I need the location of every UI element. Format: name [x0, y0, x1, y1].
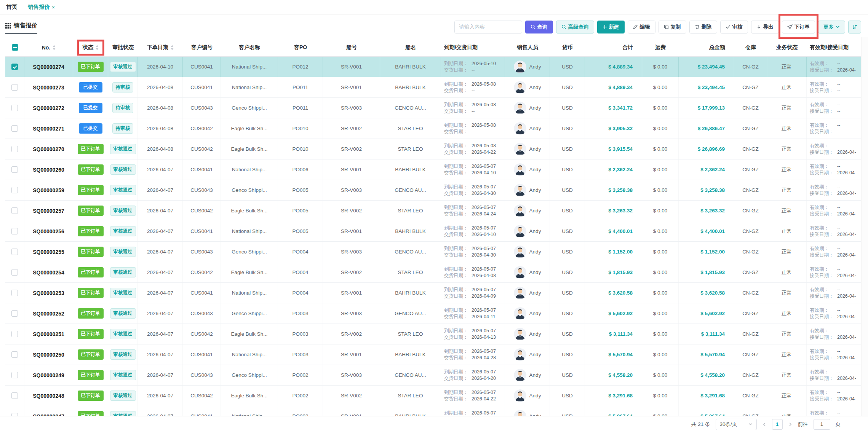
current-page-button[interactable]: 1	[772, 419, 783, 430]
pagination-bar: 共 21 条 30条/页 1 前往 页	[0, 416, 868, 432]
prev-page-button[interactable]	[762, 422, 767, 427]
column-header-no[interactable]: No.	[42, 45, 56, 51]
search-input[interactable]	[454, 21, 522, 33]
audit-button[interactable]: 审核	[720, 21, 748, 33]
chevron-down-icon	[836, 25, 840, 29]
freight-value: $ 0.00	[653, 64, 668, 70]
next-page-button[interactable]	[788, 422, 793, 427]
export-button[interactable]: 导出	[751, 21, 779, 33]
total-amount-value: $ 3,291.68	[700, 393, 725, 399]
ship-name: STAR LEO	[380, 139, 441, 159]
business-status: 正常	[767, 324, 807, 344]
ship-number: SR-V003	[323, 98, 380, 118]
place-order-button[interactable]: 下订单	[782, 21, 815, 33]
customer-name: Genco Shippi...	[221, 98, 278, 118]
status-badge: 已下订单	[78, 288, 104, 298]
table-row[interactable]: SQ00000252 已下订单 审核通过 2026-04-07 CUS0043 …	[5, 303, 861, 324]
table-row[interactable]: SQ00000248 已下订单 审核通过 2026-04-07 CUS0042 …	[5, 386, 861, 406]
table-row[interactable]: SQ00000274 已下订单 审核通过 2026-04-10 CUS0041 …	[5, 57, 861, 77]
row-checkbox[interactable]	[11, 331, 18, 337]
row-checkbox[interactable]	[11, 166, 18, 173]
ship-name: STAR LEO	[380, 324, 441, 344]
delete-button[interactable]: 删除	[689, 21, 717, 33]
row-checkbox[interactable]	[11, 351, 18, 358]
row-checkbox[interactable]	[11, 392, 18, 399]
row-checkbox[interactable]	[11, 249, 18, 255]
table-row[interactable]: SQ00000259 已下订单 审核通过 2026-04-07 CUS0043 …	[5, 180, 861, 201]
freight-value: $ 0.00	[653, 126, 668, 131]
row-checkbox[interactable]	[11, 105, 18, 111]
table-row[interactable]: SQ00000256 已下订单 审核通过 2026-04-07 CUS0041 …	[5, 221, 861, 242]
table-row[interactable]: SQ00000260 已下订单 审核通过 2026-04-07 CUS0041 …	[5, 159, 861, 180]
sort-caret-icon[interactable]	[53, 45, 56, 50]
column-header-status[interactable]: 状态	[83, 44, 99, 51]
table-row[interactable]: SQ00000253 已下订单 审核通过 2026-04-07 CUS0041 …	[5, 283, 861, 303]
row-checkbox[interactable]	[11, 269, 18, 276]
row-checkbox[interactable]	[11, 310, 18, 317]
column-header-sales: 销售人员	[517, 44, 538, 51]
select-all-checkbox[interactable]	[12, 44, 18, 51]
sort-caret-icon[interactable]	[171, 45, 174, 50]
table-row[interactable]: SQ00000257 已下订单 审核通过 2026-04-07 CUS0042 …	[5, 201, 861, 221]
customer-name: National Ship...	[221, 283, 278, 303]
row-checkbox[interactable]	[11, 372, 18, 378]
sort-caret-icon[interactable]	[96, 45, 99, 50]
edit-button[interactable]: 编辑	[628, 21, 655, 33]
quotation-number: SQ00000271	[33, 126, 64, 132]
customer-number: CUS0043	[183, 98, 221, 118]
table-row[interactable]: SQ00000251 已下订单 审核通过 2026-04-07 CUS0042 …	[5, 324, 861, 344]
table-row[interactable]: SQ00000255 已下订单 审核通过 2026-04-07 CUS0043 …	[5, 242, 861, 262]
grid-icon	[5, 23, 11, 29]
avatar	[514, 369, 526, 381]
paper-plane-icon	[787, 24, 793, 30]
ship-number: SR-V001	[323, 283, 380, 303]
vertical-scrollbar[interactable]	[862, 37, 868, 432]
close-tab-icon[interactable]: ×	[52, 4, 55, 10]
row-checkbox[interactable]	[11, 290, 18, 296]
validity-accept-dates: 有效期：-- 接受日期：2026-04-	[807, 57, 861, 77]
row-checkbox[interactable]	[11, 125, 18, 132]
column-header-order_date[interactable]: 下单日期	[147, 44, 174, 51]
table-row[interactable]: SQ00000270 已下订单 审核通过 2026-04-08 CUS0042 …	[5, 139, 861, 159]
goto-page-input[interactable]	[814, 419, 830, 430]
table-row[interactable]: SQ00000272 已提交 待审核 2026-04-08 CUS0043 Ge…	[5, 98, 861, 118]
sales-person: Andy	[505, 303, 550, 324]
approval-status-badge: 审核通过	[110, 144, 136, 154]
more-button[interactable]: 更多	[818, 21, 845, 33]
approval-status-badge: 审核通过	[110, 391, 136, 401]
due-delivery-dates: 到期日期：2026-05-07 交货日期：2026-04-22	[441, 386, 505, 406]
row-checkbox[interactable]	[11, 64, 18, 70]
advanced-query-button[interactable]: 高级查询	[556, 21, 594, 33]
table-header-row: No.状态审批状态下单日期客户编号客户名称客PO船号船名到期/交货日期销售人员货…	[5, 38, 861, 57]
total-value: $ 3,620.58	[608, 290, 633, 296]
query-button[interactable]: 查询	[525, 21, 553, 33]
row-checkbox[interactable]	[11, 84, 18, 91]
row-checkbox[interactable]	[11, 228, 18, 234]
page-size-select[interactable]: 30条/页	[716, 419, 757, 430]
row-checkbox[interactable]	[11, 146, 18, 152]
warehouse: CN-GZ	[734, 201, 767, 221]
due-delivery-dates: 到期日期：2026-05-07 交货日期：2026-04-11	[441, 303, 505, 324]
table-row[interactable]: SQ00000250 已下订单 审核通过 2026-04-07 CUS0041 …	[5, 344, 861, 365]
table-row[interactable]: SQ00000249 已下订单 审核通过 2026-04-07 CUS0043 …	[5, 365, 861, 386]
copy-button[interactable]: 复制	[659, 21, 686, 33]
order-date: 2026-04-07	[138, 242, 183, 262]
row-checkbox[interactable]	[11, 187, 18, 193]
table-row[interactable]: SQ00000273 已提交 待审核 2026-04-08 CUS0041 Na…	[5, 77, 861, 98]
tab-bar: 首页 销售报价 ×	[0, 0, 868, 14]
total-amount-value: $ 1,152.00	[700, 249, 725, 255]
avatar	[514, 122, 526, 135]
column-sort-button[interactable]	[848, 21, 861, 33]
table-row[interactable]: SQ00000271 已提交 待审核 2026-04-08 CUS0042 Ea…	[5, 118, 861, 139]
customer-number: CUS0043	[183, 242, 221, 262]
total-value: $ 5,602.92	[608, 311, 633, 316]
tab-sales-quotation[interactable]: 销售报价 ×	[28, 3, 55, 11]
column-header-po: 客PO	[294, 44, 307, 51]
total-value: $ 1,815.93	[608, 269, 633, 275]
create-button[interactable]: 新建	[597, 21, 625, 33]
row-checkbox[interactable]	[11, 207, 18, 214]
tab-home[interactable]: 首页	[6, 3, 17, 11]
table-row[interactable]: SQ00000254 已下订单 审核通过 2026-04-07 CUS0042 …	[5, 262, 861, 283]
status-badge: 已下订单	[78, 370, 104, 380]
ship-name: GENCO AU...	[380, 242, 441, 262]
